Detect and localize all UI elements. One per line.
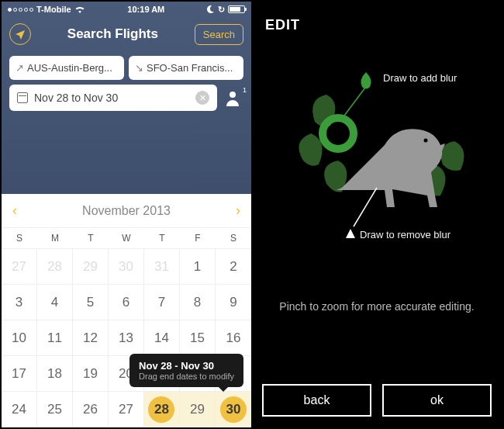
hint-text: Pinch to zoom for more accurate editing. xyxy=(251,277,502,336)
svg-point-0 xyxy=(230,92,236,98)
calendar-day[interactable]: 8 xyxy=(180,285,216,320)
app-logo-icon[interactable] xyxy=(9,23,31,45)
calendar-day[interactable]: 19 xyxy=(73,356,109,392)
calendar-day[interactable]: 3 xyxy=(2,285,37,320)
pointer-line-icon xyxy=(354,188,377,227)
calendar-day[interactable]: 6 xyxy=(109,285,144,320)
pointer-line-icon xyxy=(340,85,368,122)
to-airport-label: SFO-San Francis... xyxy=(147,62,233,74)
from-airport-field[interactable]: ↗ AUS-Austin-Berg... xyxy=(9,56,124,80)
depart-icon: ↗ xyxy=(16,62,24,74)
calendar-day-muted: 30 xyxy=(109,249,144,285)
calendar-day[interactable]: 14 xyxy=(144,320,180,356)
calendar-day[interactable]: 15 xyxy=(180,320,216,356)
edit-tutorial-phone: EDIT Draw to add blur Draw t xyxy=(251,2,502,427)
calendar-grid: 2728293031123456789101112131415161718192… xyxy=(2,249,251,427)
remove-blur-label: Draw to remove blur xyxy=(360,229,450,240)
search-button[interactable]: Search xyxy=(195,24,243,45)
calendar-day[interactable]: 5 xyxy=(73,285,109,320)
calendar-day[interactable]: 17 xyxy=(2,356,37,392)
orientation-lock-icon: ↻ xyxy=(218,5,225,15)
calendar-day[interactable]: 7 xyxy=(144,285,180,320)
calendar-icon xyxy=(17,92,28,103)
calendar-day[interactable]: 12 xyxy=(73,320,109,356)
calendar-day-muted: 31 xyxy=(144,249,180,285)
calendar-day[interactable]: 9 xyxy=(216,285,251,320)
next-month-button[interactable]: › xyxy=(236,202,240,219)
calendar-day[interactable]: 13 xyxy=(109,320,144,356)
scribble-icon xyxy=(323,118,354,149)
calendar-day[interactable]: 30 xyxy=(216,392,251,427)
status-bar: T-Mobile 10:19 AM ↻ xyxy=(2,2,251,17)
calendar-day-muted: 29 xyxy=(73,249,109,285)
weekday-row: SMTWTFS xyxy=(2,228,251,249)
calendar-day-muted: 28 xyxy=(37,249,73,285)
battery-icon xyxy=(228,5,245,13)
flight-search-phone: T-Mobile 10:19 AM ↻ Search Flights Searc… xyxy=(2,2,251,427)
calendar-day[interactable]: 10 xyxy=(2,320,37,356)
page-title: Search Flights xyxy=(31,26,195,42)
calendar-panel: ‹ November 2013 › SMTWTFS 27282930311234… xyxy=(2,194,251,427)
calendar-day[interactable]: 2 xyxy=(216,249,251,285)
calendar-day[interactable]: 4 xyxy=(37,285,73,320)
calendar-day[interactable]: 25 xyxy=(37,392,73,427)
add-blur-label: Draw to add blur xyxy=(383,72,457,84)
arrive-icon: ↘ xyxy=(135,62,143,74)
calendar-day[interactable]: 26 xyxy=(73,392,109,427)
triangle-icon xyxy=(346,229,355,238)
svg-point-1 xyxy=(424,139,428,143)
prev-month-button[interactable]: ‹ xyxy=(12,202,17,219)
clock-label: 10:19 AM xyxy=(127,5,164,14)
ok-button[interactable]: ok xyxy=(382,384,492,417)
illustration: Draw to add blur Draw to remove blur xyxy=(267,52,487,269)
to-airport-field[interactable]: ↘ SFO-San Francis... xyxy=(129,56,243,80)
calendar-day[interactable]: 24 xyxy=(2,392,37,427)
passenger-count: 1 xyxy=(243,86,247,94)
date-range-field[interactable]: Nov 28 to Nov 30 ✕ xyxy=(9,85,217,111)
leaf-icon xyxy=(299,133,322,166)
nav-bar: Search Flights Search xyxy=(2,17,251,51)
back-button[interactable]: back xyxy=(262,384,371,417)
calendar-day[interactable]: 18 xyxy=(37,356,73,392)
calendar-day[interactable]: 16 xyxy=(216,320,251,356)
month-title: November 2013 xyxy=(82,204,171,218)
tooltip-title: Nov 28 - Nov 30 xyxy=(139,360,234,372)
calendar-day[interactable]: 1 xyxy=(180,249,216,285)
passengers-button[interactable]: 1 xyxy=(223,88,243,108)
dnd-icon xyxy=(207,5,215,13)
clear-dates-icon[interactable]: ✕ xyxy=(195,91,209,105)
from-airport-label: AUS-Austin-Berg... xyxy=(27,62,112,74)
calendar-day[interactable]: 11 xyxy=(37,320,73,356)
wifi-icon xyxy=(74,5,85,13)
date-range-label: Nov 28 to Nov 30 xyxy=(34,92,118,104)
calendar-day[interactable]: 27 xyxy=(109,392,144,427)
drop-icon xyxy=(361,72,371,89)
date-range-tooltip: Nov 28 - Nov 30 Drag end dates to modify xyxy=(129,354,243,387)
calendar-day[interactable]: 29 xyxy=(180,392,216,427)
signal-dots xyxy=(8,8,33,12)
calendar-day-muted: 27 xyxy=(2,249,37,285)
edit-title: EDIT xyxy=(251,2,502,44)
calendar-day[interactable]: 28 xyxy=(144,392,180,427)
tooltip-sub: Drag end dates to modify xyxy=(139,372,234,381)
carrier-label: T-Mobile xyxy=(36,5,71,14)
